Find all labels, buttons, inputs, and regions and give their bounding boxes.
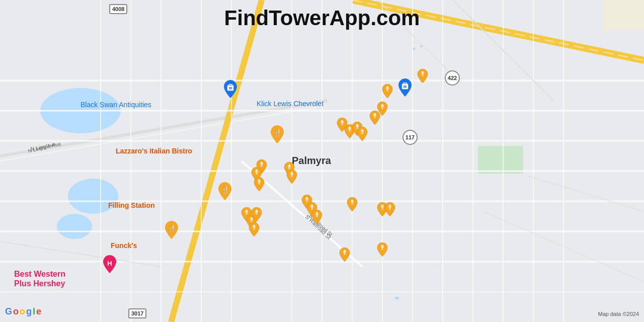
tower-marker-21[interactable] xyxy=(339,248,350,262)
svg-point-3 xyxy=(57,214,92,239)
svg-point-51 xyxy=(422,71,424,73)
svg-point-91 xyxy=(256,210,258,211)
map-background xyxy=(0,0,644,322)
tower-marker-0[interactable] xyxy=(417,69,428,83)
tower-marker-19[interactable] xyxy=(249,222,260,236)
lazzaro-fork-marker[interactable]: 🍴 xyxy=(270,125,285,143)
svg-point-99 xyxy=(291,172,293,174)
svg-point-61 xyxy=(349,127,351,128)
svg-point-83 xyxy=(259,180,260,181)
route-4008-badge: 4008 xyxy=(109,4,127,14)
svg-point-81 xyxy=(256,170,258,171)
svg-point-89 xyxy=(254,225,255,226)
tower-marker-13[interactable] xyxy=(311,210,323,224)
svg-point-2 xyxy=(68,179,118,214)
svg-text:🍴: 🍴 xyxy=(221,186,230,194)
svg-point-95 xyxy=(382,245,383,247)
tower-marker-10[interactable] xyxy=(384,202,395,216)
svg-point-71 xyxy=(389,205,391,206)
tower-marker-22[interactable] xyxy=(377,243,388,257)
svg-point-53 xyxy=(387,87,388,88)
tower-marker-1[interactable] xyxy=(382,84,393,98)
svg-point-79 xyxy=(261,162,263,164)
funcks-fork-marker[interactable]: 🍴 xyxy=(164,221,179,239)
svg-point-73 xyxy=(306,197,308,199)
route-3017-badge: 3017 xyxy=(128,308,146,318)
tower-marker-24[interactable] xyxy=(286,170,297,184)
svg-rect-6 xyxy=(420,45,422,47)
tower-marker-16[interactable] xyxy=(254,177,265,191)
klick-lewis-shop-marker[interactable] xyxy=(397,78,413,97)
svg-point-69 xyxy=(382,205,383,206)
svg-text:🍴: 🍴 xyxy=(273,129,282,137)
tower-marker-20[interactable] xyxy=(251,207,262,221)
svg-point-97 xyxy=(289,165,290,166)
filling-station-fork-marker[interactable]: 🍴 xyxy=(217,182,232,200)
google-watermark: Google xyxy=(5,306,41,317)
svg-point-59 xyxy=(342,120,343,122)
svg-point-77 xyxy=(316,212,318,214)
svg-point-75 xyxy=(311,205,313,206)
svg-rect-44 xyxy=(227,86,233,91)
black-swan-shop-marker[interactable] xyxy=(223,80,238,98)
svg-rect-43 xyxy=(604,0,644,30)
svg-point-65 xyxy=(362,129,363,131)
svg-rect-7 xyxy=(478,146,523,174)
svg-point-63 xyxy=(357,124,358,126)
svg-point-57 xyxy=(374,113,376,115)
svg-point-67 xyxy=(352,200,353,201)
route-117-badge: 117 xyxy=(403,130,418,145)
tower-marker-3[interactable] xyxy=(369,111,380,125)
svg-rect-4 xyxy=(395,297,399,299)
svg-rect-45 xyxy=(402,84,408,89)
svg-point-93 xyxy=(344,250,346,252)
route-422-badge: 422 xyxy=(445,70,460,86)
tower-marker-7[interactable] xyxy=(357,127,368,141)
svg-text:🍴: 🍴 xyxy=(168,224,177,233)
svg-point-55 xyxy=(382,104,383,106)
best-western-hotel-marker[interactable]: H xyxy=(102,255,117,273)
map-data-copyright: Map data ©2024 xyxy=(598,311,639,317)
tower-marker-8[interactable] xyxy=(347,197,358,211)
map-container[interactable]: FindTowerApp.com 4008 422 117 3017 N Lin… xyxy=(0,0,644,322)
svg-point-85 xyxy=(246,210,248,211)
svg-text:H: H xyxy=(107,260,112,267)
